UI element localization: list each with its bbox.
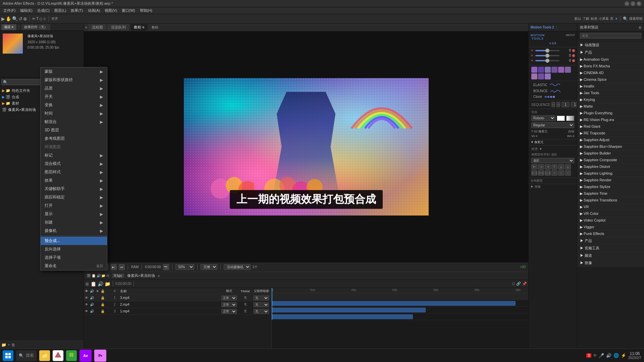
workspace-smallscreen[interactable]: 小屏幕 (599, 16, 609, 21)
effects-tab[interactable]: 效果控件（无） (21, 24, 50, 30)
tool-rotate[interactable]: ↺ (18, 16, 22, 21)
current-time-display[interactable]: 0:00:00:00 (115, 282, 131, 286)
minimize-button[interactable]: — (625, 1, 629, 6)
section-header-keying2[interactable]: ▶ 抠像 (577, 259, 644, 267)
ctx-show[interactable]: 显示 ▶ (41, 210, 107, 218)
menu-file[interactable]: 文件(F) (1, 7, 17, 14)
menu-view[interactable]: 视图(V) (103, 7, 119, 14)
align-to-select[interactable]: 选区 合成 (531, 158, 574, 163)
font-style-select[interactable]: Regular (531, 122, 574, 128)
new-comp-icon[interactable]: 📁 (1, 343, 6, 347)
ctx-open[interactable]: 打开 ▶ (41, 201, 107, 210)
section-header-sapphire-transitions[interactable]: ▶ Sapphire Transitions (577, 197, 644, 204)
workspace-standard[interactable]: 标准 (591, 16, 597, 21)
color-cell-4[interactable] (551, 67, 557, 73)
mode-select-2[interactable]: 正常 (221, 302, 237, 307)
section-header-audio-tools[interactable]: ▶ 音频工具 (577, 245, 644, 252)
section-header-sapphire-time[interactable]: ▶ Sapphire Time (577, 190, 644, 197)
parent-1[interactable]: 无 (251, 296, 271, 300)
comp-tab-flowchart[interactable]: 流程图 (89, 24, 106, 31)
ctx-camera[interactable]: 摄像机 ▶ (41, 227, 107, 235)
section-header-vigger[interactable]: ▶ Vigger (577, 224, 644, 231)
section-header-sapphire-stylize[interactable]: ▶ Sapphire Stylize (577, 184, 644, 190)
align-right-btn[interactable]: ⊣ (545, 164, 551, 170)
lock-btn-2[interactable]: 🔒 (100, 303, 105, 306)
ctx-rename[interactable]: 重命名 返回 (41, 262, 107, 270)
mt-slider-1[interactable] (535, 50, 559, 51)
ram-preview-btn[interactable]: RAM (131, 265, 139, 269)
workspace-default[interactable]: 默认 (575, 16, 581, 21)
snapshot-btn[interactable]: 📷 (163, 264, 169, 270)
section-header-sapphire-composite[interactable]: ▶ Sapphire Composite (577, 157, 644, 164)
menu-edit[interactable]: 编辑(E) (18, 7, 35, 14)
ctx-invert-sel[interactable]: 反向选择 (41, 245, 107, 253)
taskbar-explorer[interactable]: 📁 (39, 350, 50, 361)
font-color-btn[interactable] (557, 116, 565, 121)
menu-layer[interactable]: 图层(L) (52, 7, 68, 14)
timeline-row-1[interactable]: 👁 🔊 🔒 1 3.mp4 正常 无 无 (84, 295, 271, 301)
parent-select-1[interactable]: 无 (254, 296, 269, 300)
align-left-btn[interactable]: ⊢ (531, 164, 537, 170)
section-header-trapcode[interactable]: ▶ RE Trapcode (577, 130, 644, 137)
ctx-time[interactable]: 时间 ▶ (41, 109, 107, 118)
seq-arrow-1[interactable]: ← (551, 102, 555, 107)
parent-2[interactable]: 无 (251, 302, 271, 307)
tool-pen[interactable]: ✏ (32, 16, 36, 21)
ctx-guide[interactable]: 参考线图层 (41, 134, 107, 143)
dist-left-btn[interactable]: |←| (531, 170, 537, 176)
section-header-jaetools[interactable]: ▶ Jae Tools (577, 90, 644, 97)
align-top-btn[interactable]: ⊤ (551, 164, 557, 170)
ctx-layer-style[interactable]: 图层样式 ▶ (41, 168, 107, 176)
section-header-sapphire-adjust[interactable]: ▶ Sapphire Adjust (577, 137, 644, 143)
dist-top-btn[interactable]: ↕ (551, 170, 557, 176)
tool-shape[interactable]: ◇ (39, 16, 42, 21)
menu-animation[interactable]: 动画(A) (86, 7, 102, 14)
timeline-ctrl-2[interactable]: 📋 (91, 281, 96, 287)
seq-value-1[interactable] (561, 102, 570, 107)
ctx-marker[interactable]: 标记 ▶ (41, 151, 107, 160)
timeline-ctrl-4[interactable]: 📁 (105, 281, 110, 287)
vis-btn-2[interactable]: 👁 (84, 303, 89, 306)
tray-network[interactable]: 🌐 (613, 353, 619, 358)
section-header-sapphire-lighting[interactable]: ▶ Sapphire Lighting (577, 170, 644, 177)
ctx-precomp[interactable]: 预合成... (41, 237, 107, 245)
vis-btn-1[interactable]: 👁 (84, 296, 89, 300)
lock-btn-1[interactable]: 🔒 (100, 296, 105, 300)
section-header-product[interactable]: ▶ 产品 (577, 49, 644, 56)
taskbar-search[interactable]: 🔍 搜索 (16, 350, 37, 361)
mode-select-3[interactable]: 正常 (221, 309, 237, 314)
font-gradient-btn[interactable] (566, 116, 574, 121)
clip-3mp4[interactable] (272, 301, 516, 306)
color-cell-1[interactable] (531, 67, 537, 73)
dist-center-v-btn[interactable]: ↕ (558, 170, 564, 176)
comp-tab-render[interactable]: 渲染队列 (108, 24, 129, 31)
section-header-sapphire-render[interactable]: ▶ Sapphire Render (577, 177, 644, 184)
taskbar-ae-icon[interactable]: Ae (79, 350, 92, 362)
color-cell-9[interactable] (545, 73, 551, 79)
timeline-ctrl-1[interactable]: ⊕ (85, 281, 89, 287)
last-frame-btn[interactable]: ⏭ (119, 264, 125, 270)
ctx-frame-blend[interactable]: 帧混合 ▶ (41, 118, 107, 126)
color-cell-7[interactable] (531, 73, 537, 79)
timeline-right-1[interactable]: ⟨⟩ (512, 282, 515, 286)
workspace-learn[interactable]: 了解 (583, 16, 589, 21)
project-tab[interactable]: 项目 ≡ (1, 24, 16, 30)
menu-window[interactable]: 窗口(W) (120, 7, 137, 14)
workspace-stars[interactable]: ★ (615, 17, 618, 20)
section-header-videocopilot[interactable]: ▶ Video Copilot (577, 217, 644, 224)
section-header-sapphire-distort[interactable]: ▶ Sapphire Distort (577, 164, 644, 170)
align-bottom-btn[interactable]: ⊥ (565, 164, 571, 170)
system-clock[interactable]: 11:06 2023/2/7 (628, 351, 641, 360)
section-header-animgym[interactable]: ▶ Animation Gym (577, 56, 644, 63)
color-cell-5[interactable] (558, 67, 564, 73)
ctx-mask-shape[interactable]: 蒙版和形状路径 ▶ (41, 76, 107, 84)
maximize-button[interactable]: □ (631, 1, 635, 6)
section-header-plugineverything[interactable]: ▶ Plugin Everything (577, 110, 644, 117)
workspace-library[interactable]: 库 (610, 16, 613, 21)
vis-btn-3[interactable]: 👁 (84, 309, 89, 313)
mode-1[interactable]: 正常 (219, 296, 239, 300)
zoom-select[interactable]: 50% 100% 25% (175, 264, 194, 270)
parent-3[interactable]: 无 (251, 309, 271, 314)
mode-select-1[interactable]: 正常 (221, 296, 237, 300)
ctx-switch[interactable]: 开关 ▶ (41, 93, 107, 101)
